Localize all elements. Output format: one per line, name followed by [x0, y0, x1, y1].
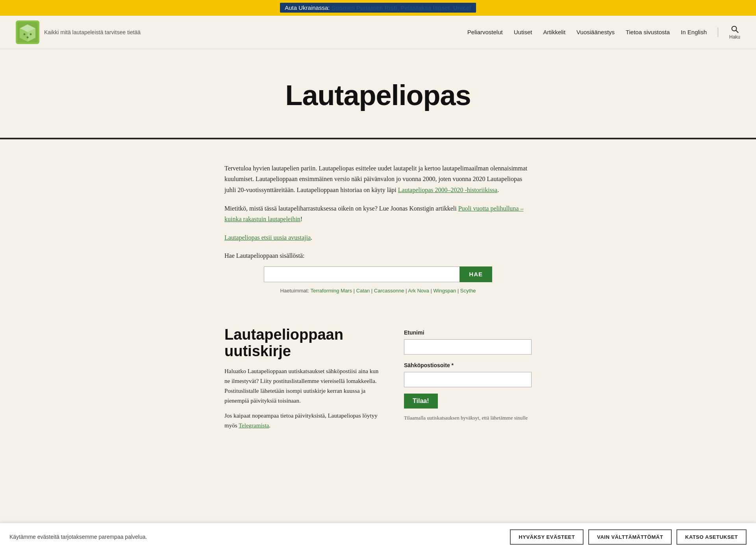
intro-paragraph-2: Mietitkö, mistä tässä lautapeliharrastuk…: [224, 203, 532, 224]
hero-section: Lautapeliopas: [0, 49, 756, 138]
site-header: Kaikki mitä lautapeleistä tarvitsee tiet…: [0, 16, 756, 49]
find-helpers-paragraph: Lautapeliopas etsii uusia avustajia.: [224, 232, 532, 243]
find-helpers-link[interactable]: Lautapeliopas etsii uusia avustajia: [224, 234, 311, 241]
newsletter-left: Lautapelioppaan uutiskirje Haluatko Laut…: [224, 327, 380, 436]
search-form: HAE: [264, 266, 492, 282]
email-label: Sähköpostiosoite *: [404, 361, 532, 370]
history-link[interactable]: Lautapeliopas 2000–2020 -historiikissa: [398, 187, 497, 193]
popular-link-arknova[interactable]: Ark Nova: [408, 288, 429, 294]
site-tagline: Kaikki mitä lautapeleistä tarvitsee tiet…: [44, 28, 141, 37]
search-button[interactable]: Haku: [729, 25, 740, 40]
site-logo[interactable]: Kaikki mitä lautapeleistä tarvitsee tiet…: [16, 20, 141, 44]
popular-link-catan[interactable]: Catan: [356, 288, 370, 294]
nav-artikkelit[interactable]: Artikkelit: [543, 28, 565, 37]
logo-icon: [16, 20, 39, 44]
search-prompt: Hae Lautapelioppaan sisällöstä:: [224, 251, 532, 261]
nav-in-english[interactable]: In English: [681, 28, 707, 37]
nav-peliarvostelut[interactable]: Peliarvostelut: [467, 28, 503, 37]
announcement-bar: Auta Ukrainassa: Suomen Punainen Risti, …: [0, 0, 756, 16]
announcement-text: Auta Ukrainassa: Suomen Punainen Risti, …: [280, 3, 476, 13]
nav-tietoa[interactable]: Tietoa sivustosta: [626, 28, 670, 37]
popular-link-wingspan[interactable]: Wingspan: [433, 288, 456, 294]
email-input[interactable]: [404, 372, 532, 387]
search-submit-button[interactable]: HAE: [460, 266, 492, 282]
punainen-risti-link[interactable]: Suomen Punainen Risti, Pelastakaa lapset…: [332, 4, 471, 11]
hero-title: Lautapeliopas: [16, 73, 740, 118]
firstname-input[interactable]: [404, 339, 532, 355]
svg-line-9: [736, 30, 738, 33]
svg-point-7: [27, 37, 29, 39]
newsletter-text-2: Jos kaipaat nopeampaa tietoa päivityksis…: [224, 411, 380, 431]
nav-vuosiaaanestys[interactable]: Vuosiäänestys: [576, 28, 615, 37]
svg-point-5: [24, 33, 26, 35]
newsletter-right: Etunimi Sähköpostiosoite * Tilaa! Tilaam…: [404, 327, 532, 436]
intro-paragraph-1: Tervetuloa hyvien lautapelien pariin. La…: [224, 163, 532, 195]
search-input[interactable]: [264, 266, 460, 282]
telegram-link[interactable]: Telegramista: [239, 422, 269, 429]
popular-link-carcassonne[interactable]: Carcassonne: [374, 288, 404, 294]
newsletter-text-1: Haluatko Lautapelioppaan uutiskatsaukset…: [224, 366, 380, 405]
newsletter-title: Lautapelioppaan uutiskirje: [224, 327, 380, 360]
newsletter-section: Lautapelioppaan uutiskirje Haluatko Laut…: [217, 327, 539, 460]
main-content: Tervetuloa hyvien lautapelien pariin. La…: [217, 139, 539, 311]
privacy-note: Tilaamalla uutiskatsauksen hyväksyt, ett…: [404, 414, 532, 422]
firstname-label: Etunimi: [404, 328, 532, 337]
popular-searches: Haetuimmat: Terraforming Mars | Catan | …: [224, 287, 532, 295]
popular-link-scythe[interactable]: Scythe: [460, 288, 476, 294]
search-icon: [730, 25, 739, 33]
main-nav: Peliarvostelut Uutiset Artikkelit Vuosiä…: [467, 25, 740, 40]
svg-point-8: [732, 26, 737, 31]
popular-link-terraforming[interactable]: Terraforming Mars: [310, 288, 352, 294]
svg-point-6: [30, 33, 32, 35]
subscribe-button[interactable]: Tilaa!: [404, 394, 438, 409]
nav-uutiset[interactable]: Uutiset: [514, 28, 532, 37]
nav-divider: [718, 28, 718, 37]
